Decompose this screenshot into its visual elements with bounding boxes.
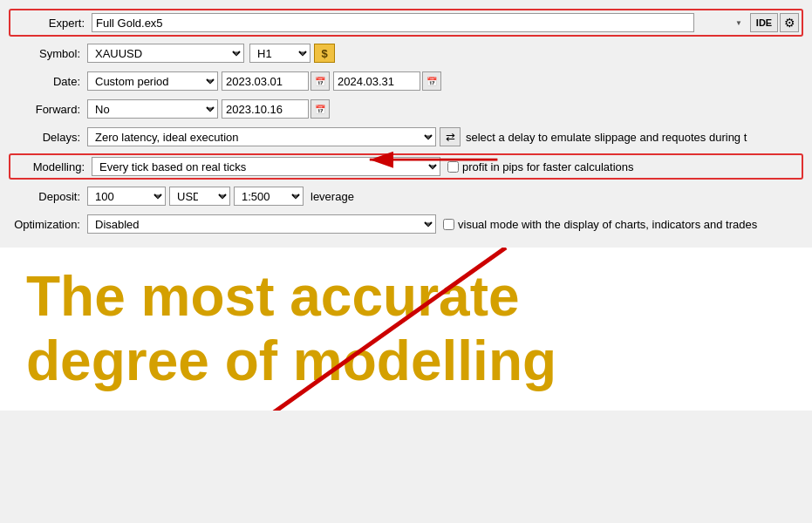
bottom-section: The most accurate degree of modelling xyxy=(0,248,812,411)
calendar-icon: 📅 xyxy=(315,105,325,114)
date-row: Date: Custom period All history Last yea… xyxy=(9,70,803,92)
bottom-text-line1: The most accurate xyxy=(26,265,786,329)
slippage-button[interactable]: ⇄ xyxy=(440,127,461,146)
date-label: Date: xyxy=(9,75,87,88)
modelling-label: Modelling: xyxy=(13,160,92,173)
calendar-icon: 📅 xyxy=(315,77,325,86)
date-from-input[interactable] xyxy=(222,71,309,91)
forward-date-input[interactable] xyxy=(222,99,309,119)
date-type-select[interactable]: Custom period All history Last year xyxy=(87,71,218,91)
gear-icon: ⚙ xyxy=(784,16,795,30)
delays-select[interactable]: Zero latency, ideal execution Random del… xyxy=(87,127,436,146)
deposit-label: Deposit: xyxy=(9,190,87,203)
slippage-icon: ⇄ xyxy=(446,131,455,144)
deposit-row: Deposit: 100 1000 10000 USD EUR GBP xyxy=(9,185,803,207)
modelling-select[interactable]: Every tick based on real ticks Every tic… xyxy=(92,157,440,176)
visual-label: visual mode with the display of charts, … xyxy=(458,218,757,231)
slippage-description: select a delay to emulate slippage and r… xyxy=(466,131,747,144)
forward-select[interactable]: No Yes xyxy=(87,99,218,119)
expert-label: Expert: xyxy=(13,17,92,30)
dollar-icon: $ xyxy=(321,47,327,60)
profit-checkbox[interactable] xyxy=(447,161,459,173)
currency-select[interactable]: USD EUR GBP xyxy=(169,187,230,206)
forward-calendar-button[interactable]: 📅 xyxy=(310,99,330,119)
forward-row: Forward: No Yes 📅 xyxy=(9,98,803,120)
optimization-row: Optimization: Disabled Slow complete alg… xyxy=(9,213,803,235)
modelling-row: Modelling: Every tick based on real tick… xyxy=(9,153,803,180)
forward-label: Forward: xyxy=(9,103,87,116)
delays-label: Delays: xyxy=(9,131,87,144)
expert-row: Expert: Full Gold.ex5 IDE ⚙ xyxy=(9,9,803,37)
leverage-select[interactable]: 1:500 1:100 1:200 1:1000 xyxy=(234,187,304,206)
ide-button[interactable]: IDE xyxy=(750,13,778,32)
date-to-input[interactable] xyxy=(333,71,420,91)
gear-button[interactable]: ⚙ xyxy=(780,13,799,32)
symbol-row: Symbol: XAUUSD EURUSD GBPUSD H1 M1 M5 M1… xyxy=(9,42,803,65)
optimization-select[interactable]: Disabled Slow complete algorithm Fast ge… xyxy=(87,214,436,234)
expert-select[interactable]: Full Gold.ex5 xyxy=(92,13,694,32)
symbol-label: Symbol: xyxy=(9,47,87,60)
bottom-text-line2: degree of modelling xyxy=(26,329,786,394)
profit-label: profit in pips for faster calculations xyxy=(462,160,634,173)
timeframe-select[interactable]: H1 M1 M5 M15 M30 H4 D1 xyxy=(249,44,310,63)
deposit-select[interactable]: 100 1000 10000 xyxy=(87,187,166,206)
dollar-button[interactable]: $ xyxy=(314,44,335,63)
delays-row: Delays: Zero latency, ideal execution Ra… xyxy=(9,126,803,148)
symbol-select[interactable]: XAUUSD EURUSD GBPUSD xyxy=(87,44,244,63)
calendar-icon: 📅 xyxy=(426,77,437,86)
date-from-calendar-button[interactable]: 📅 xyxy=(310,71,330,91)
optimization-label: Optimization: xyxy=(9,218,87,231)
visual-checkbox[interactable] xyxy=(443,219,454,230)
date-to-calendar-button[interactable]: 📅 xyxy=(422,71,441,91)
leverage-label: leverage xyxy=(310,190,354,203)
